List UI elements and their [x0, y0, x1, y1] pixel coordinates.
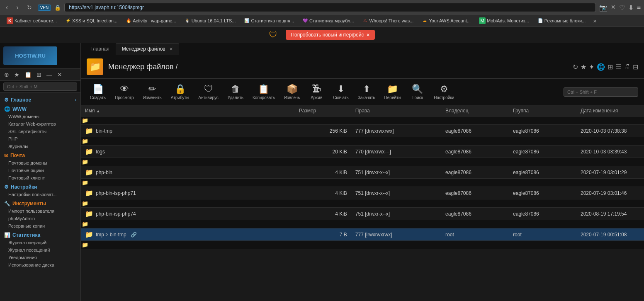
sidebar-item-notifications[interactable]: Уведомления: [0, 254, 80, 261]
bookmarks-more-button[interactable]: »: [591, 17, 599, 25]
fm-tool-settings[interactable]: ⚙ Настройки: [430, 82, 457, 102]
cell-perms: 751 [drwxr-x--x]: [351, 208, 441, 220]
cell-name[interactable]: 📁 php-bin: [81, 166, 295, 179]
fm-tool-copy[interactable]: 📋 Копировать: [249, 82, 278, 102]
download-icon[interactable]: ⬇: [628, 4, 634, 12]
reload-button[interactable]: ↻: [24, 3, 34, 12]
fm-tool-archive[interactable]: 🗜 Архив: [306, 82, 327, 102]
table-row[interactable]: 📁 php-bin-isp-php71 4 KiB 751 [drwxr-x--…: [81, 187, 644, 199]
address-bar[interactable]: https://srv1.javaph.ru:1500/ispmgr: [64, 3, 595, 12]
sidebar-expand-button[interactable]: ⊞: [35, 70, 43, 79]
try-new-interface-button[interactable]: Попробовать новый интерфейс ×: [286, 30, 374, 40]
fm-tool-download[interactable]: ⬇ Скачать: [330, 82, 352, 102]
sidebar-item-disk-usage[interactable]: Использование диска: [0, 261, 80, 269]
table-row[interactable]: 📁 php-bin 4 KiB 751 [drwxr-x--x] eagle87…: [81, 166, 644, 179]
sidebar-item-mailboxes[interactable]: Почтовые ящики: [0, 167, 80, 174]
bookmark-activity[interactable]: 🔥 Activity · wap-game...: [122, 17, 180, 24]
fm-tool-extract[interactable]: 📦 Извлечь: [281, 82, 303, 102]
sidebar-item-php[interactable]: PHP: [0, 135, 80, 143]
cell-name[interactable]: 📁 logs: [81, 146, 295, 158]
sidebar-search-input[interactable]: [3, 83, 77, 91]
fm-tool-delete[interactable]: 🗑 Удалить: [224, 82, 247, 102]
collapse-icon[interactable]: ⊟: [633, 63, 638, 71]
extract-icon: 📦: [287, 84, 298, 95]
sidebar-copy-button[interactable]: 📋: [23, 70, 33, 79]
table-row[interactable]: 📁 logs 20 KiB 770 [drwxrwx---] eagle8708…: [81, 146, 644, 158]
sidebar-add-button[interactable]: ⊕: [2, 70, 11, 79]
view-icon: 👁: [120, 84, 129, 95]
col-header-perms[interactable]: Права: [351, 105, 441, 117]
sidebar-star-button[interactable]: ★: [12, 70, 21, 79]
sidebar-item-user-settings[interactable]: Настройки пользоват...: [0, 191, 80, 198]
bookmark-mobiads[interactable]: M MobiAds. Монетиз...: [476, 17, 532, 25]
grid-view-icon[interactable]: ⊞: [608, 63, 613, 71]
sidebar-collapse-button[interactable]: —: [45, 70, 54, 79]
bookmark-stats1[interactable]: 📊 Статистика по дня...: [241, 17, 297, 24]
fm-tool-edit[interactable]: ✏ Изменить: [140, 82, 165, 102]
table-row[interactable]: 📁 php-bin-isp-php74 4 KiB 751 [drwxr-x--…: [81, 208, 644, 220]
bookmark-whoops[interactable]: ⚠ Whoops! There was...: [359, 17, 417, 24]
sidebar-item-www-domains[interactable]: WWW-домены: [0, 113, 80, 120]
fm-tool-antivirus[interactable]: 🛡 Антивирус: [195, 82, 222, 102]
fm-tool-upload[interactable]: ⬆ Закачать: [355, 82, 379, 102]
close-tab-icon[interactable]: ✕: [611, 4, 616, 12]
sidebar-section-www[interactable]: 🌐 WWW: [0, 104, 80, 113]
bookmark-stats2[interactable]: 💜 Статистика мраубл...: [299, 17, 357, 24]
print-icon[interactable]: 🖨: [624, 63, 630, 70]
sidebar-item-ops-log[interactable]: Журнал операций: [0, 239, 80, 246]
col-header-owner[interactable]: Владелец: [441, 105, 509, 117]
bookmark-kabinet[interactable]: K Кабинет вебмасте...: [3, 17, 60, 25]
sidebar-item-web-scripts[interactable]: Каталог Web-скриптов: [0, 120, 80, 128]
sidebar-item-mail-client[interactable]: Почтовый клиент: [0, 174, 80, 182]
heart-icon[interactable]: ♡: [619, 4, 625, 12]
star-icon[interactable]: ★: [581, 63, 586, 71]
cell-name[interactable]: 📁 bin-tmp: [81, 125, 295, 137]
bookmark-xss[interactable]: ⚡ XSS и SQL Injection...: [62, 17, 121, 24]
fm-search-input[interactable]: [564, 87, 638, 97]
fm-tool-search[interactable]: 🔍 Поиск: [406, 82, 428, 102]
col-header-group[interactable]: Группа: [509, 105, 576, 117]
screenshot-icon[interactable]: 📷: [599, 4, 608, 12]
cell-date: 2020-07-19 03:01:46: [576, 187, 644, 199]
tab-close-icon[interactable]: ✕: [169, 46, 173, 51]
sidebar-section-settings[interactable]: ⚙ Настройки: [0, 182, 80, 191]
cell-name[interactable]: 📁 tmp > bin-tmp 🔗: [81, 228, 295, 241]
cell-name[interactable]: 📁 php-bin-isp-php74: [81, 208, 295, 220]
bookmark-aws[interactable]: ☁ Your AWS Account...: [418, 17, 474, 24]
sidebar-section-stats[interactable]: 📊 Статистика: [0, 230, 80, 239]
refresh-icon[interactable]: ↻: [573, 63, 578, 71]
tab-glavnaya[interactable]: Главная: [84, 43, 116, 55]
sidebar-section-mail[interactable]: ✉ Почта: [0, 150, 80, 159]
sidebar-item-logs[interactable]: Журналы: [0, 143, 80, 150]
globe-icon[interactable]: 🌐: [597, 63, 605, 71]
tab-file-manager[interactable]: Менеджер файлов ✕: [116, 43, 179, 55]
notification-close-icon[interactable]: ×: [366, 32, 369, 38]
sidebar-section-tools[interactable]: 🔧 Инструменты: [0, 198, 80, 207]
fm-tool-create[interactable]: 📄 Создать: [87, 82, 109, 102]
fm-tool-view[interactable]: 👁 Просмотр: [112, 82, 137, 102]
list-view-icon[interactable]: ☰: [615, 63, 621, 71]
sidebar-item-phpmyadmin[interactable]: phpMyAdmin: [0, 215, 80, 222]
fm-tool-goto[interactable]: 📁 Перейти: [381, 82, 404, 102]
cell-name[interactable]: 📁 php-bin-isp-php71: [81, 187, 295, 199]
browser-actions: 📷 ✕ ♡ ⬇ ≡: [599, 4, 641, 12]
bookmark-reklama[interactable]: 📄 Рекламные блоки...: [534, 17, 589, 24]
sidebar-item-backups[interactable]: Резервные копии: [0, 222, 80, 230]
bookmark-ubuntu[interactable]: 🐧 Ubuntu 16.04.1 LTS...: [181, 17, 239, 24]
back-button[interactable]: ‹: [3, 3, 10, 12]
sidebar-close-button[interactable]: ✕: [56, 70, 64, 79]
menu-icon[interactable]: ≡: [637, 4, 641, 12]
col-header-size[interactable]: Размер: [295, 105, 351, 117]
col-header-date[interactable]: Дата изменения: [576, 105, 644, 117]
table-row[interactable]: 📁 bin-tmp 256 KiB 777 [drwxrwxrwx] eagle…: [81, 125, 644, 137]
fm-tool-attributes[interactable]: 🔒 Атрибуты: [168, 82, 192, 102]
forward-button[interactable]: ›: [14, 3, 21, 12]
sidebar-item-visits-log[interactable]: Журнал посещений: [0, 246, 80, 254]
sparkle-icon[interactable]: ✦: [589, 63, 594, 71]
col-header-name[interactable]: Имя ▲: [81, 105, 295, 117]
sidebar-item-import-user[interactable]: Импорт пользователя: [0, 207, 80, 215]
table-row[interactable]: 📁 tmp > bin-tmp 🔗 7 B 777 [lrwxrwxrwx] r…: [81, 228, 644, 241]
sidebar-section-glavnoe[interactable]: ⚙ Главное ›: [0, 95, 80, 104]
sidebar-item-mail-domains[interactable]: Почтовые домены: [0, 159, 80, 167]
sidebar-item-ssl[interactable]: SSL-сертификаты: [0, 128, 80, 135]
